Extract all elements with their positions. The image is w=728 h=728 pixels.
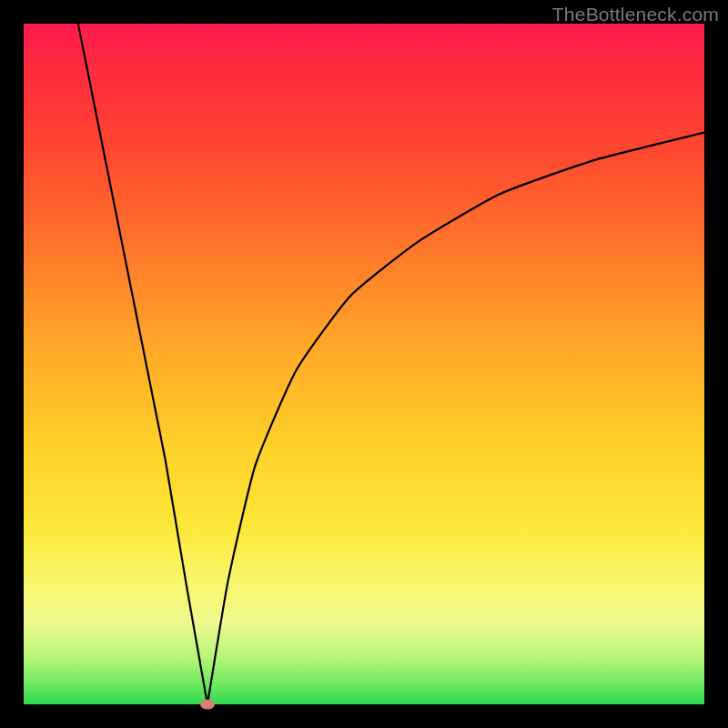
optimal-point-marker xyxy=(200,700,215,710)
chart-background-gradient xyxy=(24,24,704,704)
chart-frame xyxy=(24,24,704,704)
watermark-text: TheBottleneck.com xyxy=(552,4,719,25)
